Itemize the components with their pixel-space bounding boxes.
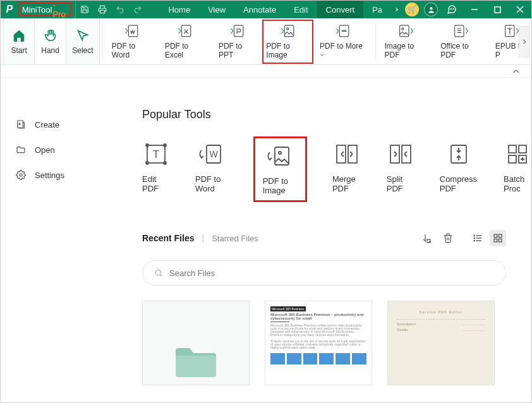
svg-rect-36: [390, 145, 399, 163]
tab-home[interactable]: Home: [159, 1, 199, 18]
start-label: Start: [11, 46, 27, 55]
list-view-button[interactable]: [469, 230, 486, 246]
menu-tabs: Home View Annotate Edit Convert Pa: [159, 1, 402, 18]
hand-label: Hand: [41, 46, 59, 55]
tool-label: PDF to Image: [263, 176, 298, 195]
recent-files-tab[interactable]: Recent Files: [142, 233, 194, 243]
tool-split-pdf[interactable]: Split PDF: [387, 140, 414, 202]
ribbon-overflow-button[interactable]: [519, 26, 530, 57]
edit-pdf-icon: T: [143, 141, 169, 167]
starred-files-tab[interactable]: Starred Files: [212, 234, 258, 243]
create-icon: [16, 119, 26, 129]
tab-view[interactable]: View: [199, 1, 234, 18]
select-button[interactable]: Select: [66, 18, 100, 65]
divider: |: [202, 233, 204, 243]
main-area: Create Open Settings Popular Tools T Edi…: [1, 78, 531, 403]
view-toggle: [469, 230, 506, 246]
brand-part2: -Pro: [52, 0, 68, 19]
print-icon[interactable]: [94, 1, 111, 18]
svg-point-2: [450, 9, 450, 9]
svg-point-19: [402, 28, 404, 30]
delete-button[interactable]: [443, 233, 453, 243]
tool-label: Merge PDF: [332, 174, 361, 193]
chevron-up-icon: [512, 68, 520, 75]
start-button[interactable]: Start: [3, 18, 35, 65]
chevron-right-icon: [521, 39, 528, 45]
image-to-pdf-icon: [399, 24, 414, 38]
doc-badge: Microsoft 365 Business: [270, 306, 306, 311]
svg-point-49: [474, 238, 475, 238]
doc-chart-row: [270, 353, 366, 364]
tool-compress-pdf[interactable]: Compress PDF: [440, 140, 478, 202]
svg-rect-0: [100, 10, 105, 13]
sidebar-item-create[interactable]: Create: [16, 112, 127, 137]
sidebar-item-settings[interactable]: Settings: [16, 162, 127, 188]
svg-point-3: [452, 9, 452, 9]
pdf-to-ppt-button[interactable]: PDF to PPT: [212, 18, 262, 65]
file-thumb-beige[interactable]: Service PDF Editor Description..........…: [387, 301, 495, 385]
tabs-overflow-icon[interactable]: [391, 1, 402, 18]
doc-underline: [270, 322, 289, 322]
svg-point-17: [345, 30, 346, 32]
hand-button[interactable]: Hand: [35, 18, 66, 65]
pdf-to-image-icon: [267, 143, 293, 169]
beige-title: Service PDF Editor: [397, 310, 485, 314]
undo-icon[interactable]: [111, 1, 129, 18]
tool-merge-pdf[interactable]: Merge PDF: [332, 140, 361, 202]
svg-rect-20: [455, 25, 464, 37]
tool-edit-pdf[interactable]: T Edit PDF: [142, 140, 170, 202]
popular-tools-title: Popular Tools: [142, 108, 531, 121]
save-icon[interactable]: [76, 1, 94, 18]
app-logo: P: [1, 1, 18, 18]
svg-rect-51: [494, 234, 497, 238]
collapse-ribbon-button[interactable]: [512, 68, 520, 75]
split-icon: [388, 141, 413, 167]
cart-button[interactable]: 🛒: [402, 1, 421, 18]
sort-button[interactable]: [421, 233, 432, 244]
minimize-button[interactable]: [463, 1, 486, 18]
tool-label: Split PDF: [387, 174, 414, 193]
hand-icon: [44, 28, 57, 42]
recent-actions: [421, 230, 531, 246]
close-button[interactable]: [509, 1, 531, 18]
office-to-pdf-button[interactable]: Office to PDF: [434, 18, 489, 65]
svg-text:T: T: [153, 149, 159, 160]
redo-icon[interactable]: [129, 1, 147, 18]
pdf-to-word-button[interactable]: PDF to Word: [106, 18, 159, 65]
image-doc-icon: [281, 24, 296, 38]
sidebar-item-open[interactable]: Open: [16, 137, 127, 162]
folder-icon: [16, 145, 26, 155]
tab-convert[interactable]: Convert: [317, 1, 364, 18]
content-area: Popular Tools T Edit PDF W PDF to Word P…: [127, 78, 531, 403]
svg-rect-6: [494, 6, 500, 12]
svg-point-50: [474, 240, 475, 241]
file-thumb-folder[interactable]: [142, 301, 250, 385]
search-input[interactable]: [169, 268, 494, 278]
tool-batch-process[interactable]: Batch Proc: [504, 140, 531, 202]
cart-icon: 🛒: [405, 3, 419, 16]
tool-pdf-to-word[interactable]: W PDF to Word: [195, 140, 228, 202]
pdf-to-excel-button[interactable]: PDF to Excel: [159, 18, 212, 65]
more-doc-icon: [336, 24, 351, 38]
image-to-pdf-button[interactable]: Image to PDF: [378, 18, 435, 65]
tab-page[interactable]: Pa: [363, 1, 391, 18]
grid-view-button[interactable]: [490, 230, 506, 246]
tab-annotate[interactable]: Annotate: [234, 1, 285, 18]
home-icon: [12, 28, 26, 42]
maximize-button[interactable]: [486, 1, 509, 18]
doc-headline: Microsoft 365 Business Premium – product…: [270, 313, 366, 320]
svg-rect-41: [509, 155, 516, 163]
tool-label: Edit PDF: [142, 174, 170, 193]
tool-pdf-to-image[interactable]: PDF to Image: [253, 136, 307, 202]
pdf-to-more-button[interactable]: PDF to More: [313, 18, 373, 65]
tab-edit[interactable]: Edit: [285, 1, 317, 18]
search-box[interactable]: [142, 260, 506, 286]
tool-label: PDF to Word: [195, 174, 228, 193]
svg-point-44: [429, 241, 431, 243]
pdf-to-image-button[interactable]: PDF to Image: [262, 20, 313, 64]
file-thumb-document[interactable]: Microsoft 365 Business Microsoft 365 Bus…: [265, 301, 372, 385]
office-to-pdf-icon: [454, 24, 469, 38]
feedback-button[interactable]: [440, 1, 463, 18]
account-button[interactable]: [421, 1, 440, 18]
excel-doc-icon: [178, 24, 193, 38]
